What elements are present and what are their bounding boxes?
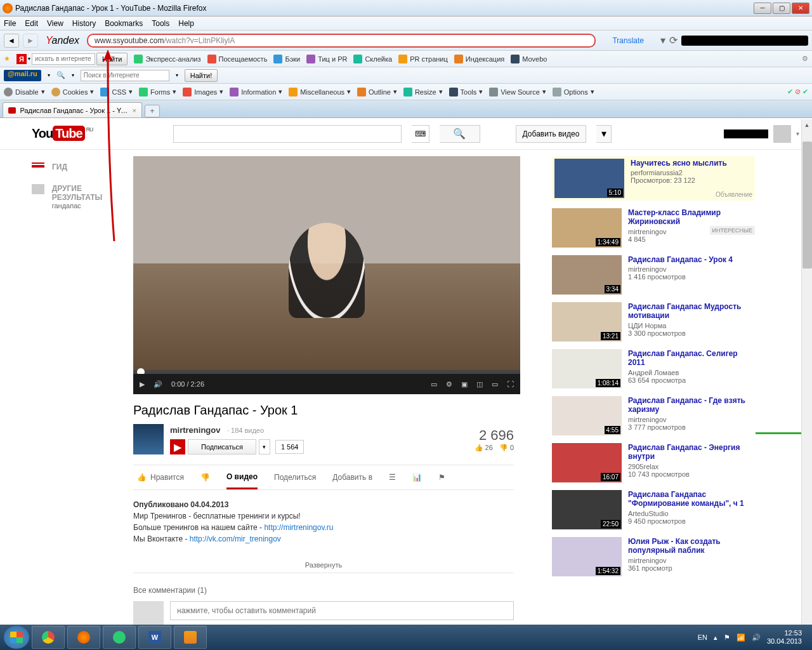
tool-movebo[interactable]: Movebo: [511, 55, 547, 63]
menu-file[interactable]: File: [4, 19, 16, 28]
tray-network-icon[interactable]: 📶: [737, 633, 745, 642]
related-item[interactable]: 13:21 Радислав Гандапас Мудрость мотивац…: [552, 302, 755, 342]
menu-history[interactable]: History: [72, 19, 96, 28]
annotations-icon[interactable]: ▣: [461, 380, 468, 388]
yandex-logo[interactable]: Yandex: [42, 35, 83, 46]
sub-dropdown-icon[interactable]: ▾: [259, 439, 270, 454]
tab-like[interactable]: 👍 Нравится: [137, 465, 184, 489]
dropdown-icon[interactable]: ▾: [48, 72, 50, 78]
tool-traffic[interactable]: Посещаемость: [207, 55, 268, 63]
bookmark-star-icon[interactable]: ★: [4, 55, 10, 63]
new-tab-button[interactable]: +: [145, 105, 160, 117]
task-app1[interactable]: [103, 626, 136, 649]
dislike-count[interactable]: 👎 0: [499, 444, 514, 452]
user-avatar[interactable]: [773, 125, 791, 143]
wd-css[interactable]: CSS▾: [100, 88, 133, 96]
wd-outline[interactable]: Outline▾: [357, 88, 397, 96]
tool-tic-pr[interactable]: Тиц и PR: [306, 55, 347, 63]
popout-icon[interactable]: ◫: [476, 380, 483, 388]
scroll-up-icon[interactable]: ▲: [802, 119, 812, 130]
upload-button[interactable]: Добавить видео: [516, 125, 587, 143]
task-chrome[interactable]: [32, 626, 65, 649]
desc-link[interactable]: http://vk.com/mir_treningov: [190, 534, 281, 543]
transcript-icon[interactable]: ☰: [389, 465, 396, 489]
maximize-button[interactable]: ▢: [773, 3, 790, 14]
quality-icon[interactable]: ⚙: [446, 380, 452, 388]
mailru-find-button[interactable]: Найти!: [185, 69, 218, 82]
wd-source[interactable]: View Source▾: [489, 88, 546, 96]
forward-button[interactable]: ►: [23, 34, 38, 48]
tool-glue[interactable]: Склейка: [353, 55, 392, 63]
related-item[interactable]: 1:34:49 Мастер-класс Владимир Жириновски…: [552, 208, 755, 248]
username-redacted[interactable]: [724, 129, 768, 138]
dropdown-icon[interactable]: ▾: [660, 34, 665, 46]
related-item[interactable]: 3:34 Радислав Гандапас - Урок 4 mirtreni…: [552, 255, 755, 295]
yandex-search-input[interactable]: [32, 53, 95, 65]
upload-dropdown[interactable]: ▾: [596, 125, 612, 143]
channel-name[interactable]: mirtreningov: [170, 425, 220, 435]
related-item[interactable]: 22:50 Радислава Гандапас "Формирование к…: [552, 490, 755, 529]
user-dropdown-icon[interactable]: ▾: [796, 130, 799, 137]
volume-icon[interactable]: 🔊: [154, 380, 162, 388]
related-item[interactable]: 4:55 Радислав Гандапас - Где взять хариз…: [552, 396, 755, 435]
youtube-search-button[interactable]: 🔍: [440, 125, 480, 143]
mailru-logo[interactable]: @mail.ru: [4, 70, 41, 81]
wd-cookies[interactable]: Cookies▾: [51, 88, 95, 96]
desc-link[interactable]: http://mirtreningov.ru: [264, 523, 333, 532]
minimize-button[interactable]: ─: [754, 3, 771, 14]
cc-icon[interactable]: ▭: [431, 380, 437, 388]
tab-dislike[interactable]: 👎: [200, 465, 210, 489]
wd-misc[interactable]: Miscellaneous▾: [289, 88, 351, 96]
wd-resize[interactable]: Resize▾: [403, 88, 443, 96]
subscribe-button[interactable]: Подписаться: [188, 439, 256, 454]
comment-input[interactable]: [170, 601, 514, 620]
wd-tools[interactable]: Tools▾: [449, 88, 483, 96]
start-button[interactable]: [4, 626, 29, 649]
menu-bookmarks[interactable]: Bookmarks: [105, 19, 143, 28]
tool-index[interactable]: Индексация: [454, 55, 504, 63]
fullscreen-icon[interactable]: ⛶: [507, 380, 514, 388]
search-engine-box[interactable]: [681, 36, 808, 46]
tray-flag-icon[interactable]: ⚑: [724, 633, 730, 642]
task-firefox[interactable]: [67, 626, 100, 649]
task-paint[interactable]: [174, 626, 207, 649]
scrollbar-vertical[interactable]: ▲: [801, 119, 812, 625]
yandex-find-button[interactable]: Найти: [96, 53, 128, 65]
browser-tab[interactable]: Радислав Гандапас - Урок 1 - YouTu... ×: [3, 102, 142, 117]
wd-info[interactable]: Information▾: [230, 88, 282, 96]
menu-help[interactable]: Help: [178, 19, 194, 28]
video-player[interactable]: ▶ 🔊 0:00 / 2:26 ▭ ⚙ ▣ ◫ ▭ ⛶: [133, 156, 520, 394]
tray-lang[interactable]: EN: [698, 633, 707, 641]
scroll-thumb[interactable]: [802, 142, 812, 269]
menu-edit[interactable]: Edit: [25, 19, 38, 28]
flag-icon[interactable]: ⚑: [438, 465, 445, 489]
tool-express[interactable]: Экспресс-анализ: [134, 55, 200, 63]
tab-addto[interactable]: Добавить в: [332, 465, 372, 489]
mailru-search-input[interactable]: [81, 70, 169, 81]
tab-share[interactable]: Поделиться: [274, 465, 316, 489]
wd-images[interactable]: Images▾: [183, 88, 223, 96]
keyboard-icon[interactable]: ⌨: [412, 125, 429, 143]
menu-tools[interactable]: Tools: [152, 19, 169, 28]
play-icon[interactable]: ▶: [140, 380, 145, 388]
tray-volume-icon[interactable]: 🔊: [752, 633, 761, 642]
tool-pr-pages[interactable]: PR страниц: [398, 55, 448, 63]
menu-view[interactable]: View: [47, 19, 63, 28]
back-button[interactable]: ◄: [4, 34, 19, 48]
system-tray[interactable]: EN ▴ ⚑ 📶 🔊 12:53 30.04.2013: [698, 629, 808, 646]
close-button[interactable]: ✕: [792, 3, 809, 14]
sidebar-other-results[interactable]: ДРУГИЕ РЕЗУЛЬТАТЫ гандапас: [32, 184, 133, 209]
sidebar-guide[interactable]: ГИД: [32, 162, 133, 171]
expand-button[interactable]: Развернуть: [133, 557, 514, 573]
address-bar[interactable]: www.ssyoutube.com/watch?v=LitnPKliylA: [87, 34, 596, 48]
tab-close-icon[interactable]: ×: [133, 107, 136, 114]
dropdown-icon[interactable]: ▾: [72, 72, 74, 78]
translate-link[interactable]: Translate: [599, 36, 657, 45]
wd-options[interactable]: Options▾: [553, 88, 594, 96]
tool-backlinks[interactable]: Бэки: [273, 55, 300, 63]
task-word[interactable]: W: [138, 626, 171, 649]
related-item[interactable]: 1:54:32 Юлия Рыж - Как создать популярны…: [552, 537, 755, 576]
stats-icon[interactable]: 📊: [412, 465, 422, 489]
tray-arrow-icon[interactable]: ▴: [714, 633, 717, 642]
gear-icon[interactable]: ⚙: [802, 55, 808, 63]
